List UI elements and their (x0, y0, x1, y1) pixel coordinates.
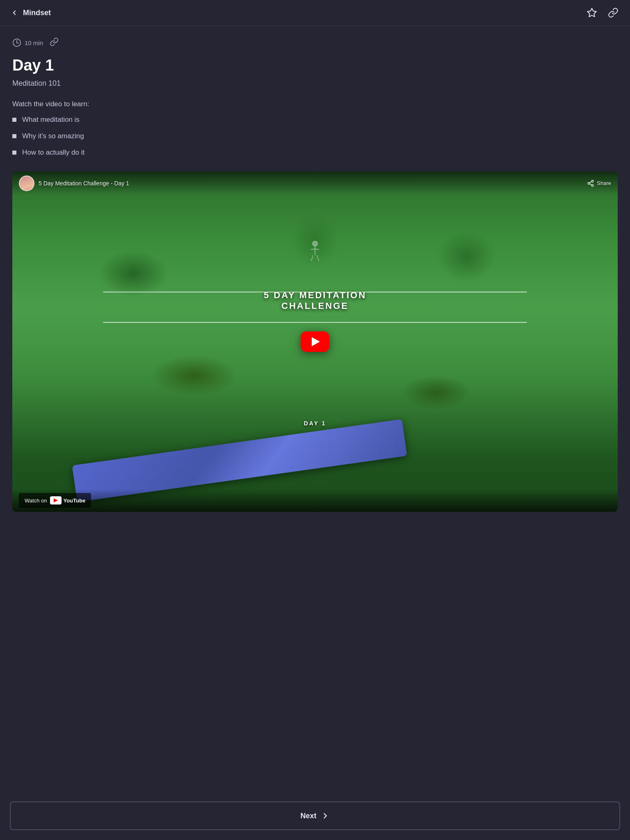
bullet-icon (12, 151, 16, 155)
footer: Next (0, 795, 630, 840)
main-content: 10 min Day 1 Meditation 101 Watch the vi… (0, 26, 630, 795)
bullet-icon (12, 118, 16, 122)
avatar-image (20, 176, 34, 190)
svg-point-7 (313, 241, 317, 246)
bullet-text-1: What meditation is (22, 116, 80, 124)
duration-label: 10 min (25, 39, 43, 46)
youtube-logo: YouTube (50, 496, 85, 504)
meta-link-icon[interactable] (50, 37, 59, 48)
header-actions (585, 6, 620, 20)
video-embed[interactable]: 5 Day Meditation Challenge - Day 1 Share (12, 171, 618, 512)
video-container[interactable]: 5 Day Meditation Challenge - Day 1 Share (12, 171, 618, 512)
share-video-btn[interactable]: Share (587, 180, 611, 187)
share-button[interactable] (606, 6, 620, 20)
share-label: Share (597, 180, 611, 186)
svg-marker-0 (587, 8, 596, 17)
video-title-line1: 5 DAY MEDITATION (264, 290, 366, 301)
back-icon (10, 8, 19, 17)
day-label: DAY 1 (304, 420, 326, 427)
list-item: What meditation is (12, 116, 618, 124)
svg-line-5 (590, 184, 592, 185)
bullet-text-2: Why it's so amazing (22, 132, 84, 140)
svg-line-6 (590, 182, 592, 183)
clock-icon (12, 38, 21, 47)
youtube-text: YouTube (63, 498, 85, 504)
next-button[interactable]: Next (10, 801, 620, 830)
video-thumbnail: 5 Day Meditation Challenge - Day 1 Share (12, 171, 618, 512)
yt-channel-info: 5 Day Meditation Challenge - Day 1 (19, 176, 129, 191)
svg-point-4 (592, 185, 594, 187)
meta-row: 10 min (12, 37, 618, 48)
list-item: How to actually do it (12, 148, 618, 157)
watch-on-label: Watch on (25, 498, 47, 504)
yt-bottom-bar: Watch on YouTube (12, 489, 618, 512)
youtube-icon (50, 496, 62, 504)
svg-point-2 (592, 180, 594, 182)
header: Mindset (0, 0, 630, 26)
header-title: Mindset (23, 9, 51, 17)
play-button[interactable] (301, 331, 329, 352)
page-title: Day 1 (12, 57, 618, 74)
divider-bottom (103, 322, 527, 323)
chevron-right-icon (321, 811, 330, 820)
bullet-icon (12, 134, 16, 138)
list-item: Why it's so amazing (12, 132, 618, 140)
lesson-description: Watch the video to learn: (12, 100, 618, 108)
back-button[interactable]: Mindset (10, 8, 51, 17)
channel-avatar (19, 176, 34, 191)
lesson-subtitle: Meditation 101 (12, 79, 618, 88)
bullet-text-3: How to actually do it (22, 148, 84, 157)
svg-point-3 (588, 183, 590, 185)
meditation-figure (305, 240, 325, 264)
video-title-label: 5 Day Meditation Challenge - Day 1 (39, 180, 129, 187)
share-icon (587, 180, 594, 187)
star-icon (587, 7, 597, 18)
video-title-line2: CHALLENGE (264, 301, 366, 311)
video-title-overlay: 5 DAY MEDITATION CHALLENGE (264, 290, 366, 311)
bullet-list: What meditation is Why it's so amazing H… (12, 116, 618, 157)
watch-on-youtube[interactable]: Watch on YouTube (19, 493, 91, 508)
next-label: Next (300, 812, 316, 820)
link-small-icon (50, 37, 59, 46)
duration-display: 10 min (12, 38, 43, 47)
yt-top-bar: 5 Day Meditation Challenge - Day 1 Share (12, 171, 618, 195)
link-icon (608, 7, 619, 18)
bookmark-button[interactable] (585, 6, 599, 20)
